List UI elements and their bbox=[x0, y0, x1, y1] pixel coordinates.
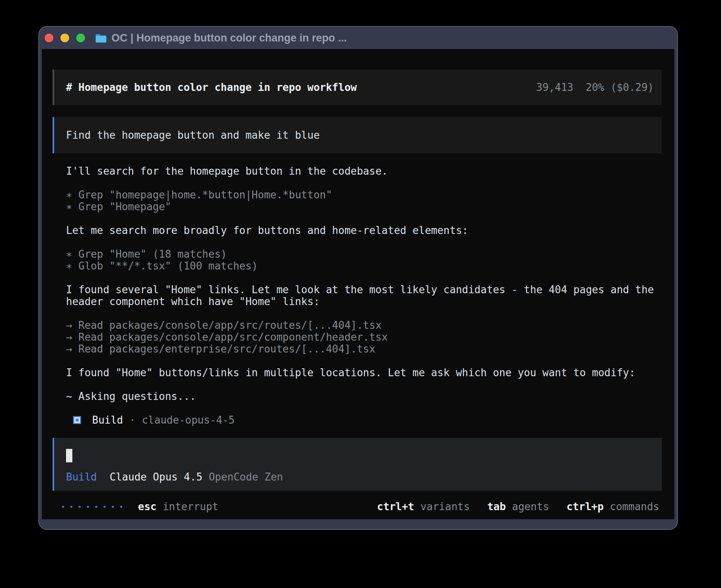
shortcut-variants: ctrl+t variants bbox=[377, 501, 470, 513]
close-button[interactable] bbox=[45, 34, 53, 42]
tool-call-line: ∗ Grep "Homepage" bbox=[66, 201, 662, 213]
shortcut-label bbox=[604, 501, 610, 513]
minimize-button[interactable] bbox=[60, 34, 69, 42]
assistant-text: I found "Home" buttons/links in multiple… bbox=[66, 367, 662, 379]
prompt-input[interactable]: Build Claude Opus 4.5 OpenCode Zen bbox=[53, 438, 662, 491]
tool-call-line: ∗ Grep "Home" (18 matches) bbox=[66, 248, 662, 260]
shortcut-interrupt: esc interrupt bbox=[138, 501, 219, 513]
tool-call-line: → Read packages/console/app/src/routes/[… bbox=[66, 319, 662, 331]
shortcut-label bbox=[157, 501, 163, 513]
shortcut-key: ctrl+p bbox=[566, 501, 604, 513]
spinner-dot bbox=[79, 506, 81, 508]
shortcut-label: variants bbox=[420, 501, 470, 513]
terminal-window: OC | Homepage button color change in rep… bbox=[38, 26, 678, 530]
assistant-text: Let me search more broadly for buttons a… bbox=[66, 224, 662, 236]
spinner-dot bbox=[62, 506, 64, 508]
user-message: Find the homepage button and make it blu… bbox=[53, 117, 662, 153]
shortcut-key: tab bbox=[487, 501, 506, 513]
tool-call-group: → Read packages/console/app/src/routes/[… bbox=[66, 319, 662, 355]
status-bar-right: ctrl+t variants tab agents ctrl+p comman… bbox=[377, 501, 662, 513]
spinner-dot bbox=[104, 506, 106, 508]
model-name: claude-opus-4-5 bbox=[142, 414, 235, 426]
status-bar: esc interrupt ctrl+t variants tab agents… bbox=[53, 501, 662, 513]
tool-call-line: ∗ Glob "**/*.tsx" (100 matches) bbox=[66, 260, 662, 272]
input-meta: Build Claude Opus 4.5 OpenCode Zen bbox=[66, 471, 650, 483]
session-stats: 39,413 20% ($0.29) bbox=[536, 81, 654, 93]
session-header: # Homepage button color change in repo w… bbox=[53, 70, 662, 105]
spinner-dot bbox=[70, 506, 72, 508]
shortcut-key: ctrl+t bbox=[377, 501, 414, 513]
tool-call-line: ∗ Grep "homepage|home.*button|Home.*butt… bbox=[66, 189, 662, 201]
shortcut-label bbox=[414, 501, 421, 513]
tool-call-line: → Read packages/console/app/src/componen… bbox=[66, 331, 662, 343]
assistant-text: I found several "Home" links. Let me loo… bbox=[66, 284, 662, 307]
input-provider-label: OpenCode Zen bbox=[209, 471, 283, 483]
tool-call-group: ∗ Grep "homepage|home.*button|Home.*butt… bbox=[66, 189, 662, 213]
text-cursor bbox=[66, 449, 72, 462]
tool-call-line: → Read packages/enterprise/src/routes/[.… bbox=[66, 343, 662, 355]
session-title: # Homepage button color change in repo w… bbox=[66, 81, 357, 93]
shortcut-agents: tab agents bbox=[487, 501, 549, 513]
user-message-text: Find the homepage button and make it blu… bbox=[66, 129, 320, 141]
spinner-dot bbox=[95, 506, 97, 508]
input-agent-label[interactable]: Build bbox=[66, 471, 97, 483]
window-title: OC | Homepage button color change in rep… bbox=[111, 32, 347, 44]
assistant-text: I'll search for the homepage button in t… bbox=[66, 165, 662, 177]
spinner-dots bbox=[62, 506, 122, 508]
zoom-button[interactable] bbox=[76, 34, 85, 42]
separator-dot: · bbox=[129, 414, 136, 426]
transcript: I'll search for the homepage button in t… bbox=[53, 165, 662, 438]
titlebar[interactable]: OC | Homepage button color change in rep… bbox=[39, 27, 677, 49]
shortcut-commands: ctrl+p commands bbox=[566, 501, 659, 513]
spinner-dot bbox=[112, 506, 114, 508]
folder-icon bbox=[95, 33, 107, 43]
terminal-content: # Homepage button color change in repo w… bbox=[42, 49, 674, 519]
traffic-lights bbox=[45, 34, 85, 42]
shortcut-label: commands bbox=[610, 501, 659, 513]
input-model-label[interactable]: Claude Opus 4.5 bbox=[109, 471, 202, 483]
spinner-dot bbox=[120, 506, 122, 508]
status-bar-left: esc interrupt bbox=[53, 501, 219, 513]
shortcut-label: interrupt bbox=[163, 501, 219, 513]
agent-name: Build bbox=[92, 414, 123, 426]
spinner-dot bbox=[87, 506, 89, 508]
agent-status-row: Build · claude-opus-4-5 bbox=[66, 414, 662, 426]
shortcut-label: agents bbox=[512, 501, 549, 513]
tool-call-group: ∗ Grep "Home" (18 matches) ∗ Glob "**/*.… bbox=[66, 248, 662, 272]
agent-badge-icon bbox=[73, 416, 81, 424]
shortcut-label bbox=[506, 501, 512, 513]
shortcut-key: esc bbox=[138, 501, 157, 513]
agent-badge-core bbox=[75, 418, 79, 422]
agent-badge-inner bbox=[74, 417, 80, 423]
status-text: ~ Asking questions... bbox=[66, 390, 662, 402]
